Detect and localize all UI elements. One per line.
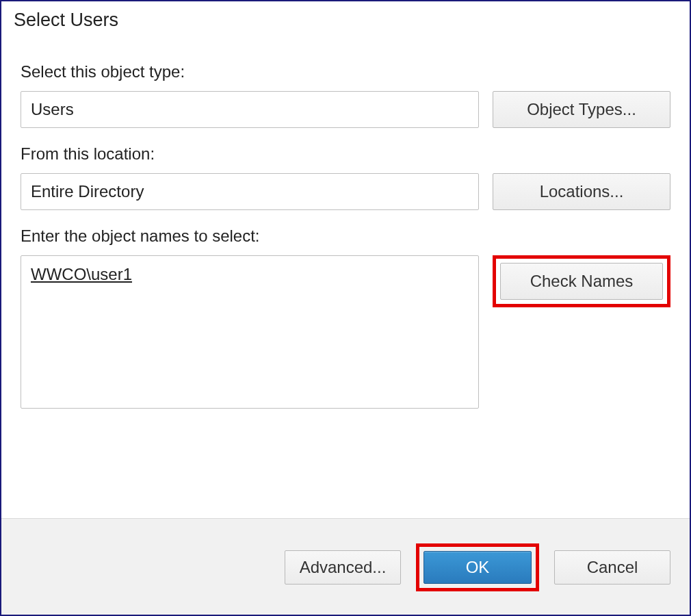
names-label: Enter the object names to select: [21,227,670,246]
check-names-highlight: Check Names [493,255,670,307]
advanced-button[interactable]: Advanced... [285,550,401,585]
locations-button[interactable]: Locations... [493,173,670,210]
location-field: Entire Directory [21,173,479,210]
ok-highlight: OK [416,543,539,591]
ok-button[interactable]: OK [423,551,532,584]
cancel-button[interactable]: Cancel [554,550,670,585]
dialog-title: Select Users [1,1,690,35]
location-value: Entire Directory [31,181,144,202]
select-users-dialog: Select Users Select this object type: Us… [0,0,691,616]
object-type-value: Users [31,99,74,120]
dialog-content: Select this object type: Users Object Ty… [1,35,690,518]
location-section: From this location: Entire Directory Loc… [21,144,670,210]
object-type-section: Select this object type: Users Object Ty… [21,62,670,128]
object-name-entry: WWCO\user1 [31,265,132,283]
dialog-footer: Advanced... OK Cancel [1,518,690,615]
names-section: Enter the object names to select: WWCO\u… [21,227,670,409]
object-names-input[interactable]: WWCO\user1 [21,255,479,409]
location-label: From this location: [21,144,670,164]
check-names-button[interactable]: Check Names [500,263,663,300]
object-type-field: Users [21,91,479,128]
object-type-label: Select this object type: [21,62,670,81]
object-types-button[interactable]: Object Types... [493,91,670,128]
